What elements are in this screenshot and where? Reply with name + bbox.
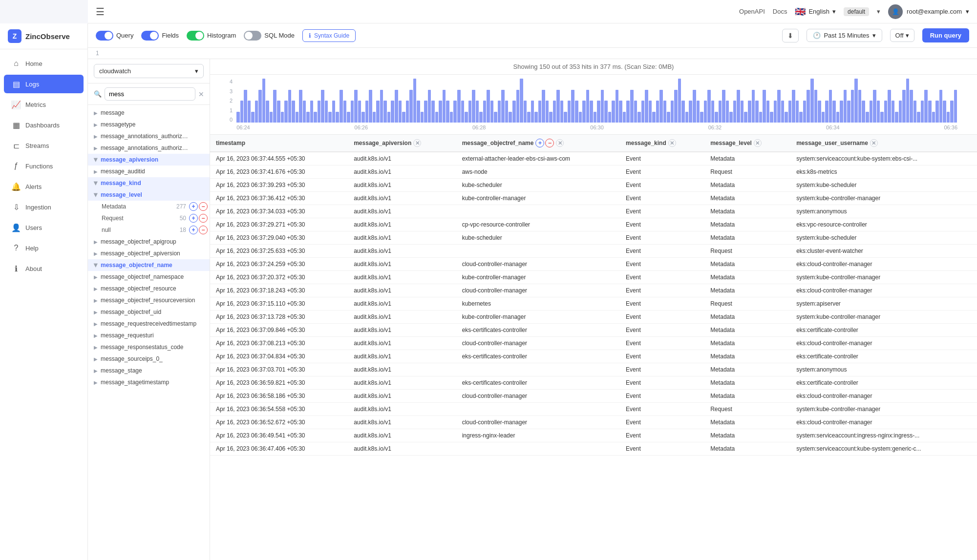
table-row[interactable]: Apr 16, 2023 06:37:39.293 +05:30 audit.k…	[210, 179, 977, 192]
field-item-msg-annotations-1[interactable]: ▶ message_annotations_authorization_k8..…	[88, 130, 210, 142]
table-row[interactable]: Apr 16, 2023 06:37:44.555 +05:30 audit.k…	[210, 152, 977, 166]
sidebar-item-home[interactable]: ⌂ Home	[4, 54, 84, 73]
table-row[interactable]: Apr 16, 2023 06:37:03.701 +05:30 audit.k…	[210, 363, 977, 376]
table-row[interactable]: Apr 16, 2023 06:36:59.821 +05:30 audit.k…	[210, 376, 977, 390]
table-row[interactable]: Apr 16, 2023 06:37:24.259 +05:30 audit.k…	[210, 258, 977, 271]
field-item-objectref-resource[interactable]: ▶ message_objectref_resource	[88, 283, 210, 294]
cell-timestamp: Apr 16, 2023 06:37:24.259 +05:30	[210, 258, 348, 271]
cell-kind: Event	[620, 205, 704, 218]
exclude-value-button[interactable]: −	[199, 202, 208, 211]
field-item-requestreceivedtimestamp[interactable]: ▶ message_requestreceivedtimestamp	[88, 318, 210, 330]
sidebar-item-help[interactable]: ? Help	[4, 239, 84, 257]
table-row[interactable]: Apr 16, 2023 06:36:49.541 +05:30 audit.k…	[210, 429, 977, 442]
sidebar-item-metrics[interactable]: 📈 Metrics	[4, 95, 84, 114]
sidebar-item-logs[interactable]: ▤ Logs	[4, 75, 84, 93]
sql-mode-toggle[interactable]	[244, 31, 261, 41]
sidebar-item-about[interactable]: ℹ About	[4, 259, 84, 278]
exclude-value-button[interactable]: −	[199, 214, 208, 223]
fields-toggle[interactable]	[141, 31, 159, 41]
syntax-guide-button[interactable]: ℹ Syntax Guide	[302, 29, 356, 42]
table-row[interactable]: Apr 16, 2023 06:36:47.406 +05:30 audit.k…	[210, 442, 977, 456]
include-value-button[interactable]: +	[189, 202, 198, 211]
col-minus-objectref[interactable]: −	[545, 139, 554, 147]
sidebar-item-dashboards[interactable]: ▦ Dashboards	[4, 116, 84, 134]
table-row[interactable]: Apr 16, 2023 06:37:36.412 +05:30 audit.k…	[210, 192, 977, 205]
field-item-objectref-namespace[interactable]: ▶ message_objectref_namespace	[88, 271, 210, 283]
field-item-stage[interactable]: ▶ message_stage	[88, 365, 210, 376]
field-item-objectref-uid[interactable]: ▶ message_objectref_uid	[88, 306, 210, 318]
field-name: message_objectref_namespace	[101, 273, 184, 280]
table-row[interactable]: Apr 16, 2023 06:36:58.186 +05:30 audit.k…	[210, 390, 977, 403]
field-item-objectref-resourceversion[interactable]: ▶ message_objectref_resourceversion	[88, 294, 210, 306]
field-search-input[interactable]	[105, 87, 195, 101]
include-value-button[interactable]: +	[189, 226, 198, 234]
cell-kind: Event	[620, 179, 704, 192]
sidebar-item-functions[interactable]: ƒ Functions	[4, 157, 84, 175]
histogram-bar	[770, 112, 773, 123]
field-item-message-kind[interactable]: ▶ message_kind	[88, 177, 210, 189]
table-row[interactable]: Apr 16, 2023 06:37:34.033 +05:30 audit.k…	[210, 205, 977, 218]
field-item-sourceips[interactable]: ▶ message_sourceips_0_	[88, 353, 210, 365]
field-item-stagetimestamp[interactable]: ▶ message_stagetimestamp	[88, 376, 210, 388]
field-item-message-auditid[interactable]: ▶ message_auditid	[88, 166, 210, 177]
table-row[interactable]: Apr 16, 2023 06:37:13.728 +05:30 audit.k…	[210, 311, 977, 324]
field-item-msg-annotations-2[interactable]: ▶ message_annotations_authorization_k8..…	[88, 142, 210, 154]
table-row[interactable]: Apr 16, 2023 06:37:04.834 +05:30 audit.k…	[210, 350, 977, 363]
default-workspace-badge[interactable]: default	[844, 7, 869, 16]
stream-dropdown[interactable]: cloudwatch ▾	[94, 64, 204, 78]
docs-link[interactable]: Docs	[773, 8, 787, 15]
table-row[interactable]: Apr 16, 2023 06:37:15.110 +05:30 audit.k…	[210, 297, 977, 311]
table-row[interactable]: Apr 16, 2023 06:37:29.271 +05:30 audit.k…	[210, 218, 977, 231]
field-item-requesturi[interactable]: ▶ message_requesturi	[88, 330, 210, 341]
user-section[interactable]: 👤 root@example.com ▾	[888, 4, 969, 19]
table-row[interactable]: Apr 16, 2023 06:37:41.676 +05:30 audit.k…	[210, 166, 977, 179]
cell-timestamp: Apr 16, 2023 06:37:13.728 +05:30	[210, 311, 348, 324]
table-row[interactable]: Apr 16, 2023 06:36:54.558 +05:30 audit.k…	[210, 403, 977, 416]
field-item-messagetype[interactable]: ▶ messagetype	[88, 119, 210, 130]
x-label-0628: 06:28	[472, 124, 486, 130]
close-col-level[interactable]: ✕	[754, 139, 762, 147]
include-value-button[interactable]: +	[189, 214, 198, 223]
histogram-bar	[781, 101, 785, 123]
close-col-apiversion[interactable]: ✕	[413, 139, 421, 147]
run-query-button[interactable]: Run query	[922, 28, 969, 42]
sidebar-item-users[interactable]: 👤 Users	[4, 218, 84, 237]
field-item-objectref-apiversion[interactable]: ▶ message_objectref_apiversion	[88, 248, 210, 259]
table-row[interactable]: Apr 16, 2023 06:36:52.672 +05:30 audit.k…	[210, 416, 977, 429]
table-row[interactable]: Apr 16, 2023 06:37:29.040 +05:30 audit.k…	[210, 231, 977, 245]
exclude-value-button[interactable]: −	[199, 226, 208, 234]
sidebar-item-ingestion[interactable]: ⇩ Ingestion	[4, 198, 84, 216]
table-row[interactable]: Apr 16, 2023 06:37:20.372 +05:30 audit.k…	[210, 271, 977, 284]
table-row[interactable]: Apr 16, 2023 06:37:18.243 +05:30 audit.k…	[210, 284, 977, 297]
histogram-bar	[652, 112, 656, 123]
close-col-username[interactable]: ✕	[870, 139, 878, 147]
close-col-kind[interactable]: ✕	[668, 139, 676, 147]
field-item-responsestatus-code[interactable]: ▶ message_responsestatus_code	[88, 341, 210, 353]
cell-apiversion: audit.k8s.io/v1	[348, 363, 456, 376]
query-toggle[interactable]	[96, 31, 113, 41]
language-selector[interactable]: 🇬🇧 English ▾	[795, 6, 836, 17]
histogram-bar	[729, 112, 733, 123]
field-item-objectref-apigroup[interactable]: ▶ message_objectref_apigroup	[88, 236, 210, 248]
openapi-link[interactable]: OpenAPI	[739, 8, 765, 15]
col-plus-objectref[interactable]: +	[535, 139, 544, 147]
hamburger-icon[interactable]: ☰	[96, 6, 105, 18]
download-button[interactable]: ⬇	[782, 29, 799, 42]
off-selector[interactable]: Off ▾	[890, 29, 914, 42]
field-item-objectref-name[interactable]: ▶ message_objectref_name	[88, 259, 210, 271]
field-item-message-level[interactable]: ▶ message_level	[88, 189, 210, 201]
histogram-bar	[619, 101, 622, 123]
sidebar-item-alerts[interactable]: 🔔 Alerts	[4, 177, 84, 196]
table-row[interactable]: Apr 16, 2023 06:37:09.846 +05:30 audit.k…	[210, 324, 977, 337]
close-col-objectref-name[interactable]: ✕	[556, 139, 564, 147]
sidebar-item-streams[interactable]: ⊏ Streams	[4, 136, 84, 155]
histogram-bar	[649, 101, 652, 123]
cell-level: Metadata	[704, 179, 790, 192]
time-range-selector[interactable]: 🕐 Past 15 Minutes ▾	[807, 29, 882, 42]
histogram-toggle[interactable]	[187, 31, 204, 41]
field-item-message[interactable]: ▶ message	[88, 107, 210, 119]
search-clear-icon[interactable]: ✕	[198, 90, 204, 98]
table-row[interactable]: Apr 16, 2023 06:37:08.213 +05:30 audit.k…	[210, 337, 977, 350]
table-row[interactable]: Apr 16, 2023 06:37:25.633 +05:30 audit.k…	[210, 245, 977, 258]
field-item-message-apiversion[interactable]: ▶ message_apiversion	[88, 154, 210, 166]
